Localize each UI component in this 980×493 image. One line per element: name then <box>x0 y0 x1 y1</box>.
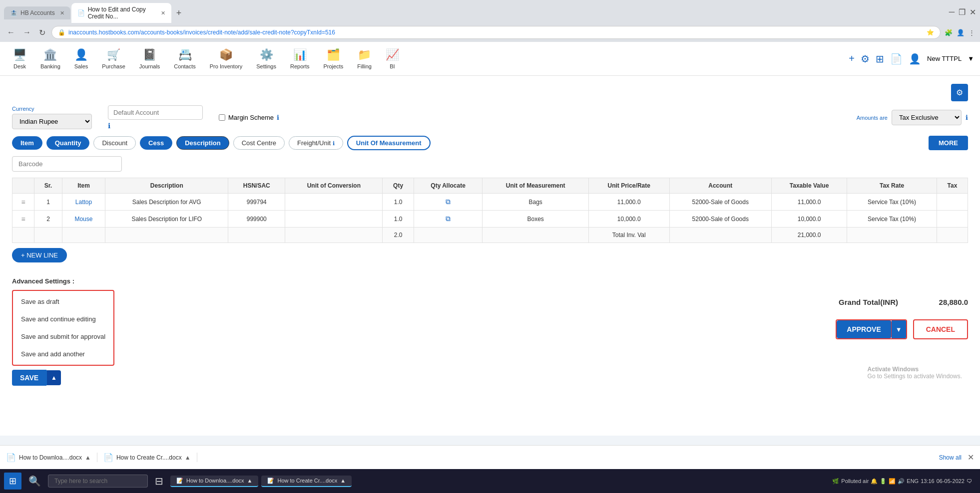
settings-button[interactable]: ⚙ <box>861 53 870 65</box>
settings-icon: ⚙️ <box>260 48 273 61</box>
extensions-icon[interactable]: 🧩 <box>945 29 953 36</box>
nav-banking-label: Banking <box>40 63 60 69</box>
col-tax: Tax <box>937 178 968 194</box>
cancel-button[interactable]: CANCEL <box>913 319 968 339</box>
cell-unit-conv-2 <box>285 211 383 228</box>
freight-info-icon: ℹ <box>333 140 335 146</box>
company-dropdown-icon[interactable]: ▼ <box>968 55 974 62</box>
drag-handle-1[interactable]: ≡ <box>21 198 25 206</box>
grid-button[interactable]: ⊞ <box>876 53 884 65</box>
close-icon[interactable]: ✕ <box>970 7 976 17</box>
nav-desk[interactable]: 🖥️ Desk <box>6 44 33 73</box>
tab-description[interactable]: Description <box>176 136 229 150</box>
nav-pro-inventory[interactable]: 📦 Pro Inventory <box>203 44 249 73</box>
cell-qty-allocate-2[interactable]: ⧉ <box>414 211 483 228</box>
tab-favicon-active: 📄 <box>77 9 85 16</box>
save-dropdown-toggle[interactable]: ▲ <box>46 370 61 385</box>
nav-bi[interactable]: 📈 BI <box>379 44 406 73</box>
profile-icon[interactable]: 👤 <box>957 29 965 36</box>
tab-close-btn-2[interactable]: ✕ <box>161 10 165 16</box>
nav-journals[interactable]: 📓 Journals <box>132 44 167 73</box>
drag-handle-2[interactable]: ≡ <box>21 215 25 223</box>
save-as-draft[interactable]: Save as draft <box>13 293 113 310</box>
nav-sales[interactable]: 👤 Sales <box>67 44 95 73</box>
nav-projects[interactable]: 🗂️ Projects <box>316 44 350 73</box>
margin-scheme-checkbox[interactable] <box>219 114 225 121</box>
table-row: ≡ 2 Mouse Sales Description for LIFO 999… <box>12 211 968 228</box>
bookmark-icon[interactable]: ⭐ <box>927 29 934 36</box>
save-add-another[interactable]: Save and add another <box>13 345 113 363</box>
filling-icon: 📁 <box>358 48 371 61</box>
cell-item-1[interactable]: Lattop <box>62 194 105 211</box>
contacts-icon: 📇 <box>178 48 192 61</box>
tab-hb-accounts[interactable]: 🏦 HB Accounts ✕ <box>4 6 70 19</box>
new-line-button[interactable]: + NEW LINE <box>12 248 67 262</box>
tab-title-active: How to Edit and Copy Credit No... <box>88 6 156 20</box>
amounts-are-select[interactable]: Tax Exclusive <box>892 110 962 125</box>
user-avatar[interactable]: 👤 <box>909 53 921 65</box>
approve-button[interactable]: APPROVE <box>837 320 891 338</box>
nav-reports[interactable]: 📊 Reports <box>283 44 317 73</box>
barcode-input[interactable] <box>12 156 122 172</box>
reports-icon: 📊 <box>293 48 307 61</box>
save-button[interactable]: SAVE <box>12 370 46 386</box>
nav-banking[interactable]: 🏛️ Banking <box>33 44 67 73</box>
forward-button[interactable]: → <box>21 27 33 38</box>
purchase-icon: 🛒 <box>107 48 120 61</box>
amounts-info-icon: ℹ <box>966 114 968 121</box>
total-inv-val: 21,000.0 <box>771 228 847 243</box>
journals-icon: 📓 <box>143 48 156 61</box>
currency-select[interactable]: Indian Rupee <box>12 114 92 129</box>
external-link-icon-1[interactable]: ⧉ <box>446 198 451 206</box>
cell-item-2[interactable]: Mouse <box>62 211 105 228</box>
new-tab-button[interactable]: + <box>172 6 186 20</box>
cell-description-2: Sales Description for LIFO <box>105 211 228 228</box>
tab-close-btn[interactable]: ✕ <box>60 10 64 16</box>
default-account-info-icon: ℹ <box>108 122 203 130</box>
save-continue-editing[interactable]: Save and continue editing <box>13 310 113 328</box>
refresh-button[interactable]: ↻ <box>37 27 47 38</box>
pro-inventory-icon: 📦 <box>219 48 233 61</box>
grand-total-value: 28,880.0 <box>918 298 968 306</box>
form-gear-button[interactable]: ⚙ <box>951 84 968 101</box>
activate-line1: Activate Windows <box>868 366 962 373</box>
save-submit-approval[interactable]: Save and submit for approval <box>13 328 113 345</box>
tab-unit-of-measurement[interactable]: Unit Of Measurement <box>347 136 431 150</box>
add-button[interactable]: + <box>849 53 855 64</box>
nav-filling[interactable]: 📁 Filling <box>350 44 379 73</box>
tab-cost-centre[interactable]: Cost Centre <box>233 136 285 150</box>
default-account-input[interactable] <box>108 105 203 120</box>
tab-credit-note[interactable]: 📄 How to Edit and Copy Credit No... ✕ <box>71 3 171 23</box>
cell-description-1: Sales Description for AVG <box>105 194 228 211</box>
more-button[interactable]: MORE <box>929 136 968 150</box>
col-tax-rate: Tax Rate <box>847 178 937 194</box>
tab-freight-unit[interactable]: Freight/Unit ℹ <box>289 136 343 150</box>
minimize-icon[interactable]: ─ <box>949 7 955 17</box>
banking-icon: 🏛️ <box>43 48 57 61</box>
cell-price-1: 11,000.0 <box>588 194 669 211</box>
col-unit-conversion: Unit of Conversion <box>285 178 383 194</box>
document-button[interactable]: 📄 <box>890 53 903 65</box>
qty-total: 2.0 <box>383 228 414 243</box>
nav-journals-label: Journals <box>139 63 160 69</box>
tab-discount[interactable]: Discount <box>93 136 136 150</box>
external-link-icon-2[interactable]: ⧉ <box>446 215 451 223</box>
cell-tax-2 <box>937 211 968 228</box>
maximize-icon[interactable]: ❐ <box>959 7 966 17</box>
nav-settings[interactable]: ⚙️ Settings <box>249 44 283 73</box>
nav-contacts[interactable]: 📇 Contacts <box>167 44 202 73</box>
cell-price-2: 10,000.0 <box>588 211 669 228</box>
nav-purchase[interactable]: 🛒 Purchase <box>95 44 132 73</box>
tab-cess[interactable]: Cess <box>140 136 172 150</box>
cell-tax-rate-2: Service Tax (10%) <box>847 211 937 228</box>
nav-filling-label: Filling <box>357 63 372 69</box>
tab-quantity[interactable]: Quantity <box>46 136 90 150</box>
back-button[interactable]: ← <box>5 27 17 38</box>
approve-dropdown-button[interactable]: ▼ <box>892 320 906 338</box>
menu-icon[interactable]: ⋮ <box>969 29 975 36</box>
cell-qty-allocate-1[interactable]: ⧉ <box>414 194 483 211</box>
col-qty-allocate: Qty Allocate <box>414 178 483 194</box>
cell-sr-2: 2 <box>34 211 62 228</box>
tab-item[interactable]: Item <box>12 136 42 150</box>
cell-hsn-2: 999900 <box>228 211 285 228</box>
